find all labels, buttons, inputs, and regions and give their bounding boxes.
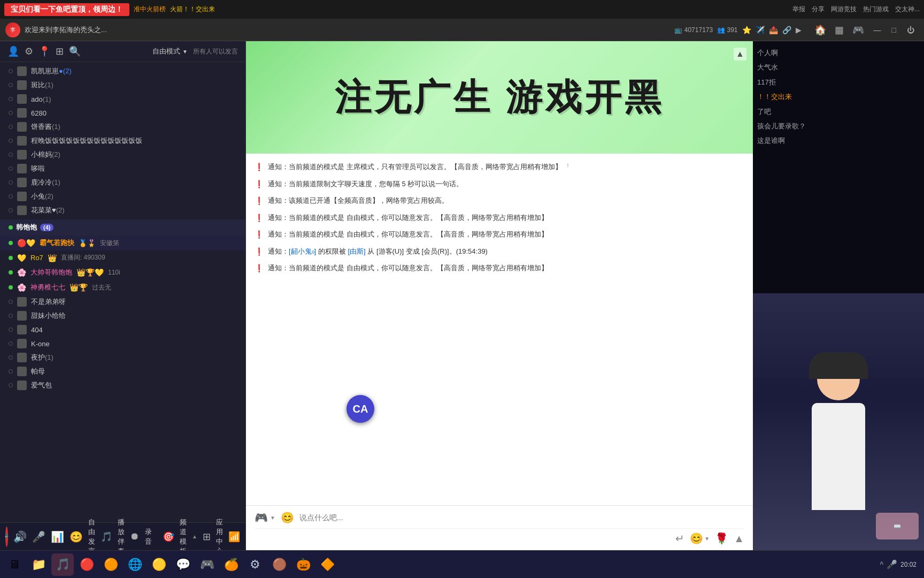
taskbar-icon-diamond[interactable]: 🔶 — [316, 553, 338, 576]
section-header[interactable]: 韩饱饱 (4) — [0, 219, 245, 235]
taskbar-icon-wechat[interactable]: 💬 — [172, 553, 194, 576]
user-avatar — [17, 381, 27, 390]
user-item[interactable]: K-one — [0, 337, 245, 351]
chat-input-field[interactable] — [299, 513, 744, 522]
grid-view-icon[interactable]: ⊞ — [56, 45, 64, 57]
play-icon[interactable]: ▶ — [796, 26, 802, 34]
taskbar-icon-files[interactable]: 📁 — [27, 553, 50, 576]
user-item[interactable]: 鹿冷冷(1) — [0, 176, 245, 189]
send-icon[interactable]: ↵ — [675, 532, 684, 545]
user-item[interactable]: 凯凯崽崽●(2) — [0, 64, 245, 78]
user-item[interactable]: 哆啦 — [0, 162, 245, 176]
minimize-btn[interactable]: — — [869, 25, 886, 35]
avatar-button[interactable]: 🎮 — [5, 527, 8, 547]
user-avatar — [17, 206, 27, 215]
left-panel: 👤 ⚙ 📍 ⊞ 🔍 自由模式 ▼ 所有人可以发言 凯凯崽崽●(2) 斑比(1) — [0, 41, 246, 550]
volume-icon[interactable]: 🔊 — [13, 530, 27, 543]
user-item[interactable]: 斑比(1) — [0, 78, 245, 92]
share-icon[interactable]: ✈️ — [756, 26, 765, 34]
user-name-label: 不是弟弟呀 — [31, 297, 66, 307]
app-center-icon[interactable]: ⊞ — [203, 531, 211, 543]
user-item[interactable]: 6280 — [0, 106, 245, 120]
taskbar-icon-music[interactable]: 🎵 — [51, 553, 74, 576]
user-item[interactable]: 爱气包 — [0, 378, 245, 392]
emoji-icon[interactable]: 😊 — [70, 530, 83, 543]
taskbar-icon-steam[interactable]: ⚙ — [244, 553, 266, 576]
top-link-report[interactable]: 举报 — [792, 5, 805, 14]
taskbar-icon-green[interactable]: 🍊 — [220, 553, 242, 576]
stream-chat-msg: 孩会儿要录歌？ — [757, 119, 920, 133]
reaction-icon[interactable]: 😊▼ — [690, 532, 710, 545]
notice-arrow-up[interactable]: ↑ — [566, 162, 569, 169]
notice-text: 通知：当前频道的模式是 自由模式，你可以随意发言。【高音质，网络带宽占用稍有增加… — [268, 212, 548, 223]
settings-icon[interactable]: ⚙ — [25, 45, 33, 57]
user-item[interactable]: 花菜菜♥(2) — [0, 203, 245, 217]
user-item[interactable]: ado(1) — [0, 92, 245, 106]
notice-warning-icon: ❗ — [255, 264, 264, 272]
top-link-game[interactable]: 交太神... — [895, 5, 920, 14]
gift-icon[interactable]: 🌹 — [715, 532, 728, 545]
taskbar-icon-desktop[interactable]: 🖥 — [3, 553, 26, 576]
taskbar-icon-game2[interactable]: 🎮 — [196, 553, 218, 576]
user-badge-icon: 🔴💛 — [17, 239, 35, 247]
taskbar-mic[interactable]: 🎤 — [887, 559, 897, 569]
equalizer-icon[interactable]: 📊 — [51, 530, 64, 543]
cast-icon[interactable]: 📤 — [769, 26, 778, 34]
user-item[interactable]: 夜护(1) — [0, 351, 245, 364]
music-icon[interactable]: 🎵 — [101, 531, 112, 543]
mode-selector[interactable]: 自由模式 ▼ — [152, 47, 188, 56]
user-item[interactable]: 饼香酱(1) — [0, 120, 245, 134]
location-icon[interactable]: 📍 — [38, 45, 50, 57]
link-icon[interactable]: 🔗 — [782, 26, 791, 34]
user-item[interactable]: 程晚饭饭饭饭饭饭饭饭饭饭饭饭饭饭 — [0, 134, 245, 148]
user-item[interactable]: 不是弟弟呀 — [0, 295, 245, 309]
taskbar-icon-yellow[interactable]: 🟡 — [148, 553, 170, 576]
user-avatar — [17, 178, 27, 187]
online-user-item[interactable]: 🔴💛 霸气若跑快 🥇🎖️ 安徽第 — [0, 235, 245, 250]
user-badge-icon: 🌸 — [17, 268, 26, 277]
user-status-dot — [9, 369, 13, 374]
taskbar-chevron[interactable]: ^ — [880, 560, 883, 569]
home-btn[interactable]: 🏠 — [811, 23, 829, 37]
user-item[interactable]: 帕母 — [0, 364, 245, 378]
top-link-hot[interactable]: 热门游戏 — [863, 5, 889, 14]
user-icon[interactable]: 👤 — [7, 45, 19, 57]
banner-scroll-arrow[interactable]: ▲ — [734, 48, 746, 60]
taskbar-icon-chrome[interactable]: 🟠 — [99, 553, 122, 576]
user-name-label: 鹿冷冷(1) — [31, 178, 60, 187]
signal-icon[interactable]: 📶 — [228, 531, 240, 543]
grid-btn[interactable]: ▦ — [831, 23, 847, 37]
user-name-label: ado(1) — [31, 95, 51, 103]
user-item[interactable]: 小兔(2) — [0, 189, 245, 203]
user-item[interactable]: 404 — [0, 323, 245, 337]
record-icon[interactable]: ⏺ — [130, 531, 140, 542]
top-link-share[interactable]: 分享 — [812, 5, 825, 14]
taskbar-icon-pumpkin[interactable]: 🎃 — [292, 553, 314, 576]
online-user-item[interactable]: 🌸 大帅哥韩饱饱 👑🏆💛 110i — [0, 265, 245, 280]
channel-template-icon[interactable]: 🎯 — [163, 531, 174, 543]
stream-preview-area: ⌨️ — [753, 293, 924, 550]
user-item[interactable]: 甜妹小给给 — [0, 309, 245, 323]
user-name-label: 哆啦 — [31, 164, 45, 173]
star-icon[interactable]: ⭐ — [742, 26, 751, 34]
user-item[interactable]: 小棉妈(2) — [0, 148, 245, 162]
user-avatar — [17, 297, 27, 307]
taskbar-icon-orange[interactable]: 🟤 — [268, 553, 290, 576]
online-user-item[interactable]: 💛 Ro7 👑 直播间: 490309 — [0, 250, 245, 265]
top-link-category[interactable]: 网游竞技 — [831, 5, 857, 14]
expand-icon[interactable]: ▲ — [734, 533, 744, 545]
speak-permission: 所有人可以发言 — [193, 47, 238, 56]
restore-btn[interactable]: □ — [888, 25, 900, 35]
taskbar-icon-browser[interactable]: 🌐 — [124, 553, 146, 576]
game-btn[interactable]: 🎮 — [849, 23, 867, 37]
record-label[interactable]: 录音 — [145, 527, 152, 546]
user-avatar — [17, 136, 27, 146]
mic-icon[interactable]: 🎤 — [32, 530, 45, 543]
chat-game-icon[interactable]: 🎮 ▼ — [255, 511, 275, 524]
taskbar-icon-red[interactable]: 🔴 — [75, 553, 98, 576]
online-user-item[interactable]: 🌸 神勇椎七七 👑🏆 过去无 — [0, 280, 245, 295]
search-icon[interactable]: 🔍 — [69, 45, 81, 57]
chat-icon-arrow[interactable]: ▼ — [270, 515, 275, 521]
chat-emoji-icon[interactable]: 😊 — [281, 511, 294, 524]
power-btn[interactable]: ⏻ — [903, 25, 919, 35]
